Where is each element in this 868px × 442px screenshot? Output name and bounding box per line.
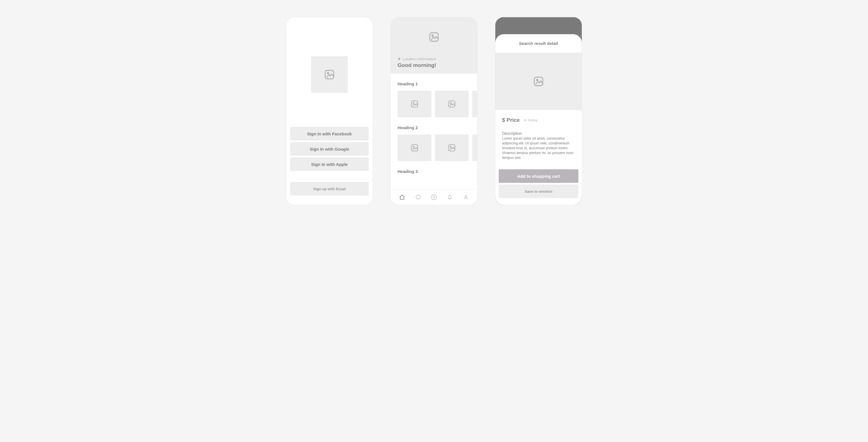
- pin-icon: [398, 57, 401, 61]
- image-icon: [410, 100, 419, 108]
- card-item-peek[interactable]: [472, 135, 477, 161]
- card-item-peek[interactable]: [472, 91, 477, 117]
- image-icon: [533, 76, 544, 87]
- tab-bar: [391, 189, 477, 205]
- rating-label: Rating: [528, 118, 537, 122]
- signin-button-group: Sign In with Facebook Sign In with Googl…: [290, 127, 369, 196]
- screen-signin: Sign In with Facebook Sign In with Googl…: [286, 17, 373, 205]
- signin-apple-button[interactable]: Sign In with Apple: [290, 157, 369, 171]
- section-heading-3: Heading 3: [398, 169, 477, 174]
- home-content: Heading 1 Heading 2 Head: [391, 73, 477, 189]
- nav-chat-icon[interactable]: [415, 194, 421, 200]
- card-item[interactable]: [398, 91, 431, 117]
- image-icon: [410, 144, 419, 152]
- save-to-wishlist-button[interactable]: Save to wishlist: [499, 184, 578, 198]
- location-row: Location Information: [391, 57, 477, 61]
- section-heading-1: Heading 1: [398, 81, 477, 86]
- description-text: Lorem ipsum dolor sit amet, consectetur …: [502, 136, 575, 160]
- detail-image-placeholder: [495, 53, 582, 110]
- price-label: $ Price: [502, 117, 520, 123]
- card-row-1: [398, 91, 477, 117]
- detail-body: $ Price Rating Description Lorem ipsum d…: [495, 110, 582, 169]
- section-heading-2: Heading 2: [398, 125, 477, 130]
- screen-home: Location Information Good morning! Headi…: [391, 17, 477, 205]
- card-item[interactable]: [435, 91, 469, 117]
- image-icon: [428, 31, 440, 43]
- card-row-2: [398, 135, 477, 161]
- card-item[interactable]: [435, 135, 469, 161]
- detail-title: Search result detail: [495, 34, 582, 53]
- nav-add-icon[interactable]: [431, 194, 437, 200]
- detail-actions: Add to shopping cart Save to wishlist: [495, 169, 582, 205]
- logo-wrap: [290, 56, 369, 93]
- nav-profile-icon[interactable]: [463, 194, 469, 200]
- home-hero: Location Information Good morning!: [391, 17, 477, 73]
- location-label: Location Information: [403, 57, 436, 61]
- detail-topbar: [495, 17, 582, 34]
- logo-placeholder: [311, 56, 348, 93]
- image-icon: [447, 100, 456, 108]
- signin-google-button[interactable]: Sign In with Google: [290, 142, 369, 156]
- screen-detail: Search result detail $ Price Rating Desc…: [495, 17, 582, 205]
- greeting: Good morning!: [391, 61, 477, 68]
- signin-facebook-button[interactable]: Sign In with Facebook: [290, 127, 369, 141]
- price-row: $ Price Rating: [502, 117, 575, 123]
- image-icon: [324, 69, 335, 80]
- nav-notifications-icon[interactable]: [447, 194, 453, 200]
- star-icon: [524, 118, 527, 122]
- card-item[interactable]: [398, 135, 431, 161]
- rating: Rating: [524, 118, 537, 122]
- image-icon: [447, 144, 456, 152]
- wireframe-frames: Sign In with Facebook Sign In with Googl…: [286, 17, 582, 205]
- description-heading: Description: [502, 131, 575, 136]
- nav-home-icon[interactable]: [399, 194, 405, 200]
- signup-email-button[interactable]: Sign up with Email: [290, 182, 369, 196]
- add-to-cart-button[interactable]: Add to shopping cart: [499, 169, 578, 183]
- hero-image-placeholder: [391, 17, 477, 57]
- detail-sheet: Search result detail $ Price Rating Desc…: [495, 34, 582, 205]
